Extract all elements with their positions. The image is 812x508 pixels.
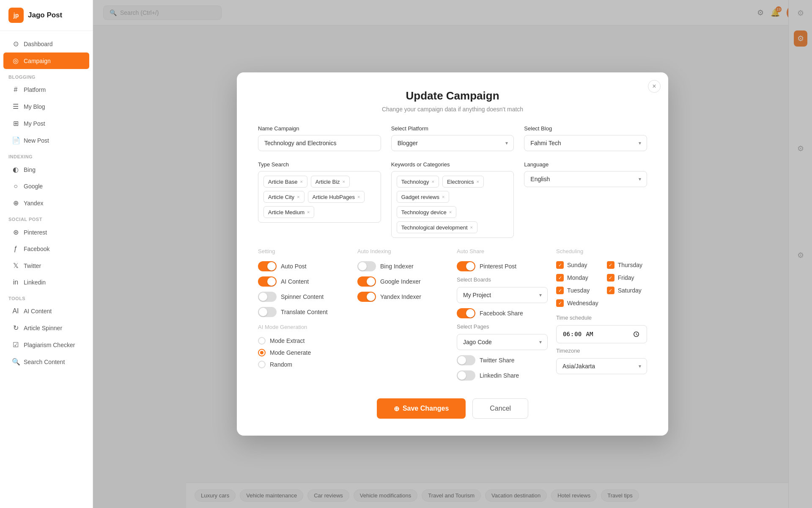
sidebar-item-new-post[interactable]: 📄 New Post bbox=[3, 132, 89, 149]
facebook-share-label: Facebook Share bbox=[480, 310, 523, 317]
monday-checkbox[interactable]: ✓ bbox=[556, 274, 564, 282]
select-platform-select[interactable]: Blogger WordPress bbox=[391, 135, 514, 151]
save-changes-button[interactable]: ⊕ Save Changes bbox=[377, 398, 466, 419]
translate-content-toggle[interactable] bbox=[258, 307, 277, 317]
google-indexer-label: Google Indexer bbox=[380, 278, 421, 285]
twitter-share-toggle[interactable] bbox=[457, 355, 475, 365]
new-post-icon: 📄 bbox=[12, 136, 19, 144]
toggle-linkedin-share: Linkedin Share bbox=[457, 370, 548, 381]
save-label: Save Changes bbox=[403, 405, 449, 412]
sidebar-item-label: Bing bbox=[24, 166, 36, 173]
sidebar-item-label: Twitter bbox=[24, 262, 41, 269]
mode-generate-radio[interactable] bbox=[258, 349, 266, 356]
tag-article-base: Article Base× bbox=[263, 176, 307, 188]
auto-post-toggle[interactable] bbox=[258, 261, 277, 271]
wednesday-checkbox[interactable]: ✓ bbox=[556, 299, 564, 307]
sidebar-item-label: Yandex bbox=[24, 200, 43, 207]
tag-article-hubpages: Article HubPages× bbox=[308, 191, 365, 203]
sidebar-item-twitter[interactable]: 𝕏 Twitter bbox=[3, 257, 89, 274]
tag-close-icon[interactable]: × bbox=[300, 179, 302, 184]
bing-icon: ◐ bbox=[12, 166, 19, 174]
mode-extract-radio[interactable] bbox=[258, 337, 266, 345]
language-select[interactable]: English Indonesian bbox=[524, 171, 647, 187]
toggle-yandex-indexer: Yandex Indexer bbox=[357, 292, 448, 302]
tag-gadget-reviews: Gadget reviews× bbox=[397, 191, 450, 203]
keywords-tags-box[interactable]: Technology× Electronics× Gadget reviews×… bbox=[391, 171, 514, 238]
select-blog-select[interactable]: Fahmi Tech bbox=[524, 135, 647, 151]
spinner-content-label: Spinner Content bbox=[281, 293, 324, 300]
form-row-1: Name Campaign Select Platform Blogger Wo… bbox=[258, 125, 647, 151]
type-search-tags-box[interactable]: Article Base× Article Biz× Article City×… bbox=[258, 171, 381, 223]
tag-close-icon[interactable]: × bbox=[470, 225, 473, 230]
sidebar-item-my-blog[interactable]: ☰ My Blog bbox=[3, 98, 89, 115]
app-name: Jago Post bbox=[28, 11, 62, 19]
ai-mode-title: AI Mode Generation bbox=[258, 324, 349, 330]
sunday-label: Sunday bbox=[567, 262, 587, 268]
tag-close-icon[interactable]: × bbox=[431, 179, 434, 184]
day-thursday: ✓ Thursday bbox=[607, 261, 647, 269]
toggle-translate-content: Translate Content bbox=[258, 307, 349, 317]
sidebar-item-bing[interactable]: ◐ Bing bbox=[3, 161, 89, 178]
tag-article-medium: Article Medium× bbox=[263, 206, 314, 218]
sidebar-item-facebook[interactable]: ƒ Facebook bbox=[3, 241, 89, 257]
sidebar-item-search-content[interactable]: 🔍 Search Content bbox=[3, 353, 89, 370]
thursday-checkbox[interactable]: ✓ bbox=[607, 261, 614, 269]
tag-close-icon[interactable]: × bbox=[357, 194, 360, 199]
facebook-share-toggle[interactable] bbox=[457, 308, 475, 318]
pinterest-post-label: Pinterest Post bbox=[480, 263, 516, 270]
sidebar-item-ai-content[interactable]: AI AI Content bbox=[3, 303, 89, 319]
linkedin-share-toggle[interactable] bbox=[457, 370, 475, 381]
bing-indexer-toggle[interactable] bbox=[357, 261, 376, 271]
select-pages-select[interactable]: Jago Code bbox=[457, 334, 548, 350]
sidebar-item-plagiarism[interactable]: ☑ Plagiarism Checker bbox=[3, 337, 89, 353]
friday-label: Friday bbox=[618, 274, 634, 281]
sidebar-item-yandex[interactable]: ⊕ Yandex bbox=[3, 195, 89, 211]
sidebar-item-campaign[interactable]: ◎ Campaign bbox=[3, 52, 89, 69]
sidebar-item-platform[interactable]: # Platform bbox=[3, 82, 89, 98]
pinterest-post-toggle[interactable] bbox=[457, 261, 475, 271]
sidebar-item-dashboard[interactable]: ⊙ Dashboard bbox=[3, 36, 89, 52]
tuesday-checkbox[interactable]: ✓ bbox=[556, 287, 564, 294]
tag-technological-development: Technological development× bbox=[397, 221, 477, 233]
type-search-label: Type Search bbox=[258, 161, 381, 168]
random-label: Random bbox=[270, 361, 292, 368]
tag-close-icon[interactable]: × bbox=[307, 210, 310, 215]
my-post-icon: ⊞ bbox=[12, 119, 19, 127]
mode-generate-label: Mode Generate bbox=[270, 349, 311, 356]
twitter-icon: 𝕏 bbox=[12, 262, 19, 270]
sidebar-item-google[interactable]: ○ Google bbox=[3, 178, 89, 194]
sidebar-item-label: Dashboard bbox=[24, 41, 53, 47]
language-label: Language bbox=[524, 161, 647, 168]
select-boards-select[interactable]: My Project bbox=[457, 287, 548, 303]
spinner-content-toggle[interactable] bbox=[258, 292, 277, 302]
random-radio[interactable] bbox=[258, 361, 266, 368]
tag-close-icon[interactable]: × bbox=[476, 179, 479, 184]
tag-close-icon[interactable]: × bbox=[449, 210, 452, 215]
tag-close-icon[interactable]: × bbox=[442, 194, 444, 199]
tag-close-icon[interactable]: × bbox=[297, 194, 299, 199]
form-row-2: Type Search Article Base× Article Biz× A… bbox=[258, 161, 647, 238]
google-indexer-toggle[interactable] bbox=[357, 276, 376, 287]
section-label-tools: TOOLS bbox=[0, 291, 93, 303]
timezone-select-wrapper: Asia/Jakarta UTC ▾ bbox=[556, 358, 647, 374]
linkedin-icon: in bbox=[12, 279, 19, 286]
sunday-checkbox[interactable]: ✓ bbox=[556, 261, 564, 269]
modal-close-button[interactable]: × bbox=[648, 80, 661, 93]
sidebar-item-pinterest[interactable]: ⊛ Pinterest bbox=[3, 224, 89, 240]
sidebar-item-linkedin[interactable]: in Linkedin bbox=[3, 274, 89, 290]
timezone-select[interactable]: Asia/Jakarta UTC bbox=[556, 358, 647, 374]
name-campaign-input[interactable] bbox=[258, 135, 381, 151]
select-platform-group: Select Platform Blogger WordPress ▾ bbox=[391, 125, 514, 151]
sidebar-item-my-post[interactable]: ⊞ My Post bbox=[3, 115, 89, 132]
tag-technology: Technology× bbox=[397, 176, 439, 188]
tag-close-icon[interactable]: × bbox=[343, 179, 345, 184]
toggle-spinner-content: Spinner Content bbox=[258, 292, 349, 302]
ai-content-toggle[interactable] bbox=[258, 276, 277, 287]
saturday-checkbox[interactable]: ✓ bbox=[607, 287, 614, 294]
day-friday: ✓ Friday bbox=[607, 274, 647, 282]
cancel-button[interactable]: Cancel bbox=[472, 398, 528, 419]
friday-checkbox[interactable]: ✓ bbox=[607, 274, 614, 282]
yandex-indexer-toggle[interactable] bbox=[357, 292, 376, 302]
sidebar-item-article-spinner[interactable]: ↻ Article Spinner bbox=[3, 320, 89, 336]
time-schedule-input[interactable] bbox=[556, 325, 647, 343]
